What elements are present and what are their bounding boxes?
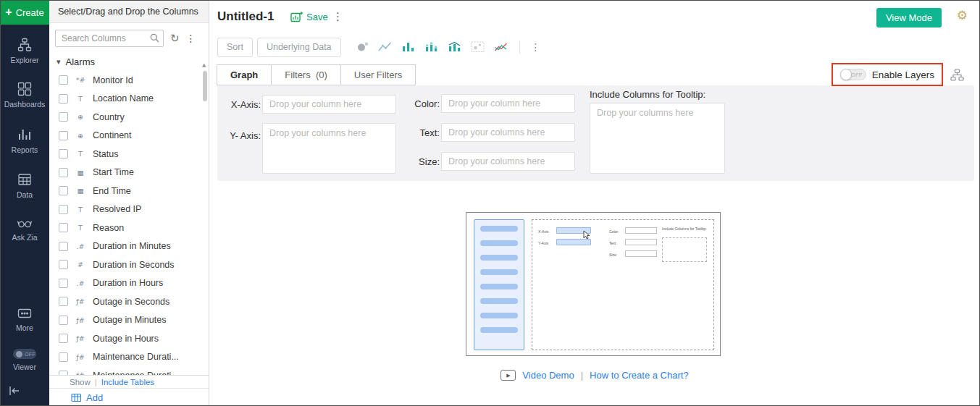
more-icon xyxy=(17,307,32,320)
column-item[interactable]: TResolved IP xyxy=(49,200,202,219)
column-checkbox[interactable] xyxy=(59,186,68,195)
column-item[interactable]: TReason xyxy=(49,219,202,237)
column-checkbox[interactable] xyxy=(59,242,68,251)
columns-scrollbar[interactable]: ▲ xyxy=(202,62,208,373)
y-axis-label: Y- Axis: xyxy=(223,130,261,141)
hierarchy-icon[interactable] xyxy=(950,69,964,84)
sidebar-item-viewer[interactable]: OFF Viewer xyxy=(0,349,49,371)
sidebar-item-explorer[interactable]: Explorer xyxy=(0,38,49,64)
scatter-icon[interactable] xyxy=(355,41,369,53)
title-more-icon[interactable]: ⋮ xyxy=(332,10,343,23)
tab-graph[interactable]: Graph xyxy=(217,64,272,85)
report-title: Untitled-1 xyxy=(217,9,274,24)
column-item[interactable]: ▦End Time xyxy=(49,182,202,200)
column-checkbox[interactable] xyxy=(59,260,68,269)
refresh-icon[interactable]: ↻ xyxy=(170,33,180,44)
toggle-knob xyxy=(840,69,852,80)
video-demo-link[interactable]: Video Demo xyxy=(522,370,574,381)
text-type-icon: T xyxy=(74,224,87,232)
column-item[interactable]: .#Duration in Hours xyxy=(49,274,202,293)
column-checkbox[interactable] xyxy=(59,112,68,122)
sidebar-item-ask-zia[interactable]: Ask Zia xyxy=(0,216,49,242)
column-checkbox[interactable] xyxy=(59,352,68,362)
viewer-toggle-icon[interactable]: OFF xyxy=(13,349,36,359)
video-play-icon[interactable]: ▶ xyxy=(501,370,516,381)
add-table-icon xyxy=(71,393,82,402)
column-item[interactable]: ⊕Continent xyxy=(49,127,202,145)
bubble-chart-icon[interactable] xyxy=(471,41,485,53)
sidebar-item-data[interactable]: Data xyxy=(0,172,49,199)
scrollbar-thumb[interactable] xyxy=(203,71,207,101)
y-axis-drop-zone[interactable]: Drop your columns here xyxy=(262,123,396,174)
sidebar-item-label: More xyxy=(16,323,33,332)
column-checkbox[interactable] xyxy=(59,131,68,140)
toolbar-more-icon[interactable]: ⋮ xyxy=(531,41,541,53)
column-checkbox[interactable] xyxy=(59,205,68,214)
column-item[interactable]: .#Duration in Minutes xyxy=(49,237,202,256)
show-link[interactable]: Show xyxy=(70,378,91,386)
tooltip-drop-zone[interactable]: Drop your columns here xyxy=(590,103,725,174)
stacked-bar-icon[interactable] xyxy=(424,41,439,53)
table-section-alarms[interactable]: ▾ Alarms xyxy=(49,51,209,71)
decimal-type-icon: .# xyxy=(74,242,87,250)
multi-series-icon[interactable] xyxy=(494,41,508,53)
include-tables-link[interactable]: Include Tables xyxy=(101,378,154,386)
column-item[interactable]: ƒ#Maintenance Durati... xyxy=(49,348,202,367)
create-button[interactable]: + Create xyxy=(0,0,49,25)
size-drop-zone[interactable]: Drop your columns here xyxy=(441,152,575,171)
gear-icon[interactable]: ⚙ xyxy=(957,9,968,22)
create-label: Create xyxy=(16,7,44,18)
column-item[interactable]: TLocation Name xyxy=(49,90,202,109)
column-item[interactable]: ƒ#Outage in Seconds xyxy=(49,292,202,311)
column-item[interactable]: ƒ#Outage in Minutes xyxy=(49,311,202,330)
underlying-data-button[interactable]: Underlying Data xyxy=(257,38,341,57)
column-item[interactable]: #Duration in Seconds xyxy=(49,255,202,274)
search-columns-box[interactable] xyxy=(55,30,164,47)
sidebar-item-more[interactable]: More xyxy=(0,307,49,332)
illustration-size-input xyxy=(625,250,657,257)
sidebar-item-reports[interactable]: Reports xyxy=(0,127,49,154)
column-checkbox[interactable] xyxy=(59,316,68,325)
combo-chart-icon[interactable] xyxy=(448,41,462,53)
sidebar-item-dashboards[interactable]: Dashboards xyxy=(0,82,49,109)
column-item[interactable]: ƒ#Maintenance Durati... xyxy=(49,366,202,375)
column-checkbox[interactable] xyxy=(59,94,68,103)
illustration-column-bar xyxy=(480,313,518,318)
search-columns-input[interactable] xyxy=(55,30,164,47)
column-item[interactable]: ⊕Country xyxy=(49,108,202,127)
column-checkbox[interactable] xyxy=(59,279,68,288)
column-item[interactable]: ƒ#Outage in Hours xyxy=(49,329,202,348)
column-item[interactable]: ▦Start Time xyxy=(49,164,202,182)
search-icon xyxy=(150,33,159,43)
column-name: Continent xyxy=(93,130,132,140)
enable-layers-toggle[interactable]: OFF xyxy=(840,69,866,80)
column-checkbox[interactable] xyxy=(59,168,68,177)
color-drop-zone[interactable]: Drop your column here xyxy=(441,94,575,113)
how-to-create-chart-link[interactable]: How to Create a Chart? xyxy=(590,370,689,381)
bar-chart-icon[interactable] xyxy=(401,41,416,53)
show-row: Show | Include Tables xyxy=(49,375,209,388)
save-button[interactable]: Save xyxy=(290,11,328,22)
illustration-column-bar xyxy=(480,298,518,304)
column-item[interactable]: TStatus xyxy=(49,145,202,164)
column-item[interactable]: *#Monitor Id xyxy=(49,71,202,90)
text-drop-zone[interactable]: Drop your columns here xyxy=(441,123,575,142)
column-checkbox[interactable] xyxy=(59,75,68,85)
collapse-sidebar-button[interactable] xyxy=(8,385,21,399)
tab-user-filters[interactable]: User Filters xyxy=(340,64,416,85)
more-vertical-icon[interactable]: ⋮ xyxy=(186,33,196,44)
x-axis-drop-zone[interactable]: Drop your column here xyxy=(262,95,396,114)
sort-button[interactable]: Sort xyxy=(217,38,253,57)
column-checkbox[interactable] xyxy=(59,149,68,158)
column-checkbox[interactable] xyxy=(59,297,68,306)
scroll-up-icon[interactable]: ▲ xyxy=(202,62,206,68)
number-type-icon: # xyxy=(74,261,87,268)
column-name: Outage in Hours xyxy=(93,334,159,344)
line-chart-icon[interactable] xyxy=(378,41,393,53)
view-mode-button[interactable]: View Mode xyxy=(876,8,942,28)
illustration-size-label: Size: xyxy=(609,253,617,257)
add-table-button[interactable]: Add xyxy=(49,388,209,406)
column-checkbox[interactable] xyxy=(59,334,68,343)
column-checkbox[interactable] xyxy=(59,223,68,232)
tab-filters[interactable]: Filters (0) xyxy=(271,64,341,85)
